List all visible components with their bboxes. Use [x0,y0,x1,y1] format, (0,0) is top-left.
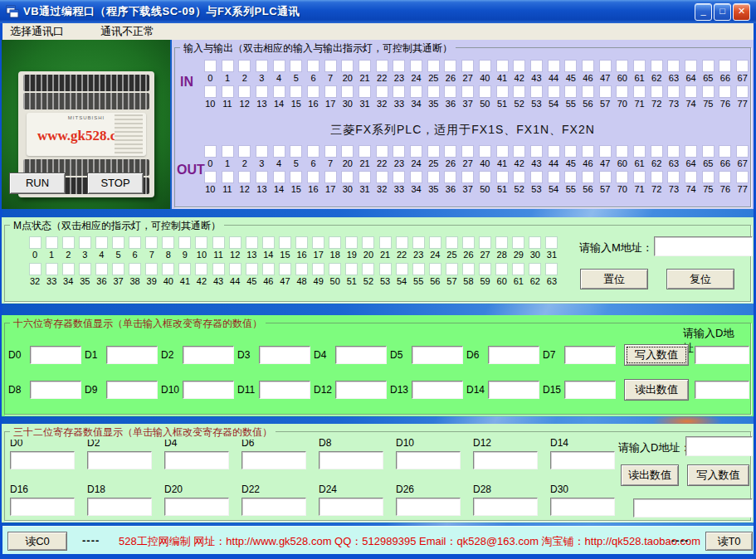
m-indicator[interactable] [496,237,507,248]
out-indicator[interactable] [239,146,250,157]
in-indicator[interactable] [377,61,388,71]
run-button[interactable]: RUN [9,173,66,194]
in-indicator[interactable] [274,86,285,97]
out-indicator[interactable] [428,172,439,182]
in-indicator[interactable] [719,86,730,97]
reg16-read-input[interactable] [695,381,749,399]
stop-button[interactable]: STOP [87,173,144,194]
out-indicator[interactable] [497,146,508,157]
m-indicator[interactable] [263,264,274,275]
m-indicator[interactable] [446,264,457,275]
out-indicator[interactable] [256,146,267,157]
out-indicator[interactable] [393,146,404,157]
in-indicator[interactable] [428,61,439,71]
out-indicator[interactable] [583,172,593,182]
register-value-input[interactable] [259,346,310,364]
m-indicator[interactable] [146,264,157,275]
m-indicator[interactable] [246,264,257,275]
out-indicator[interactable] [308,172,319,182]
in-indicator[interactable] [480,86,490,97]
in-indicator[interactable] [737,61,748,71]
m-indicator[interactable] [163,237,173,248]
m-indicator[interactable] [430,264,441,275]
m-indicator[interactable] [346,264,357,275]
register-value-input[interactable] [10,451,75,469]
in-indicator[interactable] [583,86,593,97]
m-indicator[interactable] [430,237,441,248]
read-t0-button[interactable]: 读T0 [705,532,753,551]
close-button[interactable]: ✕ [733,3,750,21]
out-indicator[interactable] [411,172,422,182]
menu-select-comm-port[interactable]: 选择通讯口 [2,23,71,40]
m-indicator[interactable] [46,264,57,275]
in-indicator[interactable] [617,86,627,97]
in-indicator[interactable] [462,86,473,97]
register-value-input[interactable] [183,381,234,399]
m-indicator[interactable] [280,237,290,248]
reg32-address-input[interactable] [685,436,753,456]
in-indicator[interactable] [531,86,542,97]
out-indicator[interactable] [205,172,216,182]
out-indicator[interactable] [480,172,490,182]
reset-button[interactable]: 复位 [666,269,734,289]
register-value-input[interactable] [412,381,463,399]
out-indicator[interactable] [480,146,490,157]
m-indicator[interactable] [179,264,190,275]
in-indicator[interactable] [531,61,542,71]
in-indicator[interactable] [411,61,422,71]
register-value-input[interactable] [488,346,539,364]
in-indicator[interactable] [462,61,473,71]
in-indicator[interactable] [325,61,336,71]
m-indicator[interactable] [80,264,90,275]
in-indicator[interactable] [342,61,353,71]
m-indicator[interactable] [413,264,424,275]
in-indicator[interactable] [393,61,404,71]
in-indicator[interactable] [651,61,662,71]
in-indicator[interactable] [514,86,524,97]
reg32-read-button[interactable]: 读出数值 [621,464,679,486]
in-indicator[interactable] [274,61,285,71]
read-c0-button[interactable]: 读C0 [7,532,67,551]
out-indicator[interactable] [325,172,336,182]
m-indicator[interactable] [546,264,557,275]
register-value-input[interactable] [30,381,81,399]
in-indicator[interactable] [617,61,627,71]
m-indicator[interactable] [513,264,524,275]
in-indicator[interactable] [668,61,679,71]
m-indicator[interactable] [546,237,557,248]
m-indicator[interactable] [230,264,241,275]
in-indicator[interactable] [239,61,250,71]
in-indicator[interactable] [325,86,336,97]
out-indicator[interactable] [565,146,576,157]
in-indicator[interactable] [393,86,404,97]
in-indicator[interactable] [600,86,611,97]
out-indicator[interactable] [308,146,319,157]
out-indicator[interactable] [600,172,611,182]
out-indicator[interactable] [668,172,679,182]
m-indicator[interactable] [363,237,373,248]
m-indicator[interactable] [463,237,474,248]
in-indicator[interactable] [549,61,559,71]
out-indicator[interactable] [600,146,611,157]
reg16-write-input[interactable] [695,346,749,364]
register-value-input[interactable] [488,381,539,399]
register-value-input[interactable] [319,498,383,516]
m-indicator[interactable] [179,237,190,248]
in-indicator[interactable] [308,61,319,71]
in-indicator[interactable] [497,61,508,71]
menu-comm-status[interactable]: 通讯不正常 [93,23,162,40]
out-indicator[interactable] [549,172,559,182]
out-indicator[interactable] [411,146,422,157]
in-indicator[interactable] [342,86,353,97]
in-indicator[interactable] [222,61,233,71]
register-value-input[interactable] [550,451,615,469]
in-indicator[interactable] [719,61,730,71]
m-indicator[interactable] [313,264,324,275]
out-indicator[interactable] [445,146,456,157]
maximize-button[interactable]: □ [714,3,731,21]
out-indicator[interactable] [290,172,301,182]
m-indicator[interactable] [397,237,407,248]
out-indicator[interactable] [719,146,730,157]
out-indicator[interactable] [290,146,301,157]
m-indicator[interactable] [113,237,124,248]
